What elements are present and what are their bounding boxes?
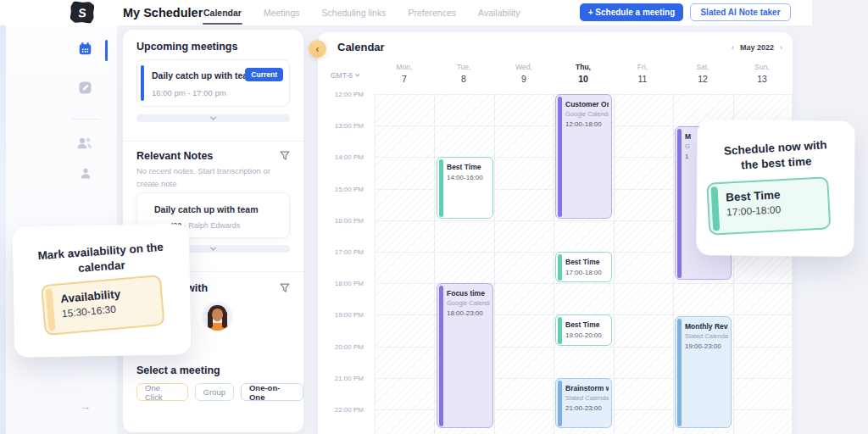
time-label: 14:00 PM xyxy=(326,153,364,161)
day-header-fri[interactable]: Fri,11 xyxy=(613,63,672,84)
tab-scheduling-links[interactable]: Scheduling links xyxy=(322,8,387,18)
calendar-event-best-time[interactable]: Best Time 17:00-18:00 xyxy=(555,252,612,282)
event-accent-bar xyxy=(558,254,562,281)
calendar-event-customer-onboarding[interactable]: Customer Onboard Google Calendar 12:00-1… xyxy=(555,94,612,219)
ai-note-taker-button[interactable]: Slated AI Note taker xyxy=(690,3,791,21)
left-background xyxy=(0,0,117,434)
relevant-notes-title: Relevant Notes xyxy=(136,150,213,162)
calendar-event-focus-time[interactable]: Focus time Google Calendar 18:00-23:00 xyxy=(437,283,493,428)
filter-icon[interactable] xyxy=(280,151,290,161)
current-badge: Current xyxy=(245,68,283,81)
chevron-down-icon xyxy=(355,72,359,76)
day-header-sat[interactable]: Sat,12 xyxy=(673,63,732,84)
month-label: May 2022 xyxy=(740,43,774,52)
note-author: Ralph Edwards xyxy=(188,221,240,230)
meeting-type-chips: One Click Group One-on-One xyxy=(136,383,303,401)
chip-group[interactable]: Group xyxy=(195,383,234,401)
calendar-event-monthly-review[interactable]: Monthly Review Slated Calendar 19:00-23:… xyxy=(675,316,732,428)
decorative-edge-strip xyxy=(0,0,6,434)
tab-preferences[interactable]: Preferences xyxy=(408,8,456,18)
main-nav-tabs: Calendar Meetings Scheduling links Prefe… xyxy=(203,0,520,25)
rail-divider xyxy=(71,119,100,120)
event-accent-bar xyxy=(558,97,562,217)
upcoming-meeting-card[interactable]: Daily catch up with team Current 16:00 p… xyxy=(136,59,290,107)
filter-icon[interactable] xyxy=(280,283,290,293)
rail-active-indicator xyxy=(105,40,108,61)
meeting-title: Daily catch up with team xyxy=(152,70,256,81)
event-accent-bar xyxy=(558,381,562,426)
notes-pencil-icon[interactable] xyxy=(78,81,92,98)
meeting-accent-bar xyxy=(141,65,144,101)
event-accent-bar xyxy=(677,129,682,278)
divider xyxy=(123,141,303,142)
notes-empty-text: No recent notes. Start transcription or … xyxy=(136,165,286,190)
next-month-icon[interactable]: › xyxy=(780,43,782,52)
time-label: 12:00 PM xyxy=(326,91,364,98)
time-label: 15:00 PM xyxy=(326,186,364,193)
time-label: 16:00 PM xyxy=(326,217,364,225)
chevron-down-icon xyxy=(210,245,216,251)
availability-tooltip: Mark availability on the calendar Availa… xyxy=(13,224,192,358)
availability-mini-card[interactable]: Availability 15:30-16:30 xyxy=(41,275,165,336)
page-title: My Scheduler xyxy=(123,6,203,19)
chip-one-click[interactable]: One Click xyxy=(136,383,188,401)
calendar-event-brainstorm[interactable]: Brainstorm with Slated Calendar 21:00-23… xyxy=(555,378,612,428)
chip-one-on-one[interactable]: One-on-One xyxy=(241,383,303,401)
time-label: 18:00 PM xyxy=(326,280,364,287)
time-label: 17:00 PM xyxy=(326,248,364,256)
schedule-meeting-button[interactable]: + Schedule a meeting xyxy=(580,3,683,21)
timezone-selector[interactable]: GMT-6 xyxy=(331,71,359,80)
tab-availability[interactable]: Availability xyxy=(478,8,520,18)
availability-tooltip-text: Mark availability on the calendar xyxy=(25,239,176,281)
collapse-calendar-button[interactable]: ‹ xyxy=(309,40,326,58)
best-time-mini-card[interactable]: Best Time 17:00-18:00 xyxy=(706,176,831,235)
calendar-event-best-time[interactable]: Best Time 14:00-16:00 xyxy=(437,157,493,219)
chevron-down-icon xyxy=(210,114,216,120)
prev-month-icon[interactable]: ‹ xyxy=(732,43,734,52)
note-title: Daily catch up with team xyxy=(154,204,259,214)
time-label: 20:00 PM xyxy=(326,343,364,351)
time-label: 22:00 PM xyxy=(326,406,364,414)
day-header-thu-active[interactable]: Thu,10 xyxy=(554,63,613,84)
profile-icon[interactable] xyxy=(79,166,92,184)
timezone-label: GMT-6 xyxy=(331,71,353,80)
meeting-time: 16:00 pm - 17:00 pm xyxy=(152,88,226,97)
tab-meetings[interactable]: Meetings xyxy=(264,8,300,18)
avatar-face xyxy=(212,309,223,321)
event-accent-bar xyxy=(439,159,443,217)
app-window: S My Scheduler Calendar Meetings Schedul… xyxy=(0,0,868,434)
day-header-mon[interactable]: Mon,7 xyxy=(375,63,434,84)
tab-calendar[interactable]: Calendar xyxy=(203,8,242,18)
event-accent-bar xyxy=(677,319,682,426)
event-accent-bar xyxy=(558,317,562,344)
upcoming-expander[interactable] xyxy=(136,114,290,122)
event-accent-bar xyxy=(439,286,443,426)
best-time-tooltip-text: Schedule now with the best time xyxy=(715,137,837,175)
avatar[interactable] xyxy=(202,301,233,332)
calendar-event-best-time[interactable]: Best Time 19:00-20:00 xyxy=(555,314,612,346)
app-logo[interactable]: S xyxy=(68,2,97,24)
contacts-icon[interactable] xyxy=(76,136,93,154)
day-header-tue[interactable]: Tue,8 xyxy=(434,63,493,84)
calendar-icon[interactable] xyxy=(78,42,92,59)
day-header-sun[interactable]: Sun,13 xyxy=(732,63,792,84)
month-navigation: ‹ May 2022 › xyxy=(732,43,782,52)
day-header-wed[interactable]: Wed,9 xyxy=(494,63,554,84)
upcoming-meetings-title: Upcoming meetings xyxy=(136,41,237,53)
time-label: 21:00 PM xyxy=(326,375,364,382)
calendar-title: Calendar xyxy=(337,41,385,53)
time-label: 19:00 PM xyxy=(326,311,364,319)
time-label: 13:00 PM xyxy=(326,122,364,130)
select-meeting-title: Select a meeting xyxy=(136,364,220,376)
logo-letter: S xyxy=(70,2,94,23)
expand-sidebar-icon[interactable]: → xyxy=(80,400,91,413)
best-time-tooltip: Schedule now with the best time Best Tim… xyxy=(696,120,854,257)
